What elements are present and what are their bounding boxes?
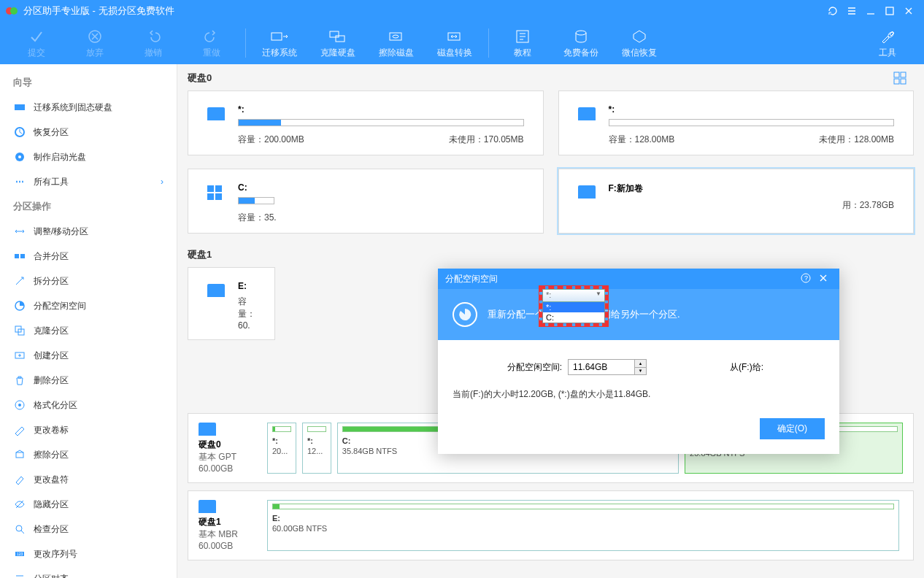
svg-rect-5: [330, 31, 339, 37]
sidebar-item-serial[interactable]: 123更改序列号: [0, 542, 177, 566]
svg-rect-34: [215, 185, 222, 192]
delete-icon: [13, 374, 26, 387]
sidebar-item-change-letter[interactable]: 更改盘符: [0, 467, 177, 492]
sidebar-item-label: 格式化分区: [34, 399, 77, 412]
partition-card[interactable]: *: 容量：200.00MB未使用：170.05MB: [188, 90, 544, 155]
discard-label: 放弃: [86, 47, 104, 59]
disk-segment[interactable]: *:12...: [302, 423, 331, 474]
backup-button[interactable]: 免费备份: [552, 23, 610, 63]
diskbar-name: 硬盘0: [199, 439, 261, 451]
sidebar-item-merge[interactable]: 合并分区: [0, 244, 177, 269]
svg-rect-7: [390, 33, 401, 40]
svg-rect-4: [272, 33, 282, 40]
disk1-title: 硬盘1: [188, 248, 212, 261]
close-icon[interactable]: [815, 274, 832, 285]
sidebar-item-create[interactable]: 创建分区: [0, 343, 177, 368]
sidebar-item-label: 调整/移动分区: [34, 226, 88, 238]
sidebar-item-wipe-part[interactable]: 擦除分区: [0, 442, 177, 467]
convert-disk-button[interactable]: 磁盘转换: [426, 23, 484, 63]
commit-button[interactable]: 提交: [7, 23, 66, 63]
partition-card[interactable]: *: 容量：128.00MB未使用：128.00MB: [558, 90, 915, 155]
more-icon: ⋯: [13, 175, 26, 188]
sidebar-item-label: 分区对齐: [34, 573, 69, 579]
ssd-icon: [13, 101, 26, 114]
help-icon[interactable]: ?: [797, 273, 815, 285]
sidebar-item-label: 更改序列号: [34, 548, 77, 560]
sidebar-item-align[interactable]: 分区对齐: [0, 566, 177, 578]
backup-label: 免费备份: [563, 47, 598, 59]
sidebar-item-allocate-free[interactable]: 分配空闲空间: [0, 293, 177, 318]
spin-down-icon[interactable]: ▼: [634, 368, 646, 375]
tutorial-button[interactable]: 教程: [493, 23, 552, 63]
dropdown-option[interactable]: C:: [543, 312, 604, 323]
sidebar-item-format[interactable]: 格式化分区: [0, 393, 177, 417]
drive-icon: [199, 423, 216, 436]
sidebar-item-check[interactable]: 检查分区: [0, 517, 177, 542]
sidebar-item-label: 合并分区: [34, 250, 69, 263]
format-icon: [13, 398, 26, 412]
recover-icon: [13, 126, 26, 139]
toolbar: 提交 放弃 撤销 重做 迁移系统 克隆硬盘 擦除磁盘 磁盘转换 教程 免费备份 …: [0, 22, 924, 64]
sidebar-item-clone-part[interactable]: 克隆分区: [0, 318, 177, 343]
tools-button[interactable]: 工具: [858, 23, 917, 63]
sidebar-item-recover[interactable]: 恢复分区: [0, 120, 177, 144]
diskbar-1[interactable]: 硬盘1 基本 MBR 60.00GB E:60.00GB NTFS: [188, 490, 914, 560]
spin-up-icon[interactable]: ▲: [634, 360, 646, 368]
sidebar-item-label[interactable]: 更改卷标: [0, 417, 177, 442]
partition-card-selected[interactable]: F:新加卷 用：23.78GB: [558, 169, 915, 234]
minimize-icon[interactable]: [861, 1, 880, 20]
svg-rect-33: [207, 185, 214, 192]
svg-text:?: ?: [804, 274, 808, 282]
refresh-icon[interactable]: [823, 1, 842, 20]
merge-icon: [13, 250, 26, 263]
diskbar-name: 硬盘1: [199, 516, 261, 528]
svg-rect-35: [207, 193, 214, 200]
sidebar-item-resize[interactable]: 调整/移动分区: [0, 219, 177, 244]
migrate-os-button[interactable]: 迁移系统: [250, 23, 309, 63]
drive-icon: [578, 107, 596, 120]
dialog-title: 分配空闲空间: [445, 273, 797, 285]
label-icon: [13, 423, 26, 436]
sidebar-item-all-tools[interactable]: ⋯所有工具›: [0, 169, 177, 194]
discard-button[interactable]: 放弃: [66, 23, 124, 63]
sidebar-item-label: 克隆分区: [34, 325, 69, 337]
svg-point-11: [576, 31, 586, 35]
toolbar-divider: [245, 28, 246, 58]
sidebar-item-label: 更改卷标: [34, 424, 69, 436]
resize-icon: [13, 225, 26, 238]
ok-button[interactable]: 确定(O): [760, 418, 825, 439]
view-toggle-icon[interactable]: [893, 72, 906, 87]
sidebar-item-boot-disc[interactable]: 制作启动光盘: [0, 144, 177, 169]
clone-disk-button[interactable]: 克隆硬盘: [309, 23, 367, 63]
disk-segment[interactable]: E:60.00GB NTFS: [267, 500, 899, 551]
partition-card[interactable]: E: 容量：60.: [188, 267, 275, 340]
disk-segment[interactable]: *:20...: [267, 423, 296, 474]
wechat-label: 微信恢复: [622, 47, 657, 59]
ops-header: 分区操作: [0, 194, 177, 219]
menu-icon[interactable]: [842, 1, 861, 20]
sidebar-item-label: 删除分区: [34, 374, 69, 387]
wipe-disk-button[interactable]: 擦除磁盘: [367, 23, 426, 63]
wechat-recover-button[interactable]: 微信恢复: [610, 23, 669, 63]
commit-label: 提交: [28, 47, 45, 59]
usage-bar: [609, 119, 895, 126]
usage-bar: [238, 197, 274, 204]
dropdown-selected[interactable]: *:: [542, 289, 605, 302]
undo-button[interactable]: 撤销: [124, 23, 182, 63]
serial-icon: 123: [13, 547, 26, 560]
sidebar-item-hide[interactable]: 隐藏分区: [0, 492, 177, 517]
close-icon[interactable]: [899, 1, 918, 20]
svg-rect-30: [901, 72, 906, 77]
sidebar-item-split[interactable]: 拆分分区: [0, 269, 177, 293]
sidebar-item-delete[interactable]: 删除分区: [0, 368, 177, 393]
allocate-free-space-dialog: 分配空闲空间 ? 重新分配一个盘的未使用空间给另外一个分区. 分配空闲空间: ▲…: [438, 269, 839, 454]
convert-label: 磁盘转换: [437, 47, 472, 59]
sidebar-item-migrate-ssd[interactable]: 迁移系统到固态硬盘: [0, 95, 177, 120]
sidebar-item-label: 制作启动光盘: [34, 151, 86, 163]
dropdown-option[interactable]: *:: [543, 302, 604, 312]
diskbar-size: 60.00GB: [199, 541, 261, 551]
redo-button[interactable]: 重做: [182, 23, 241, 63]
partition-card[interactable]: C: 容量：35.: [188, 169, 544, 234]
target-drive-dropdown[interactable]: *: *: C:: [539, 286, 608, 326]
maximize-icon[interactable]: [880, 1, 899, 20]
